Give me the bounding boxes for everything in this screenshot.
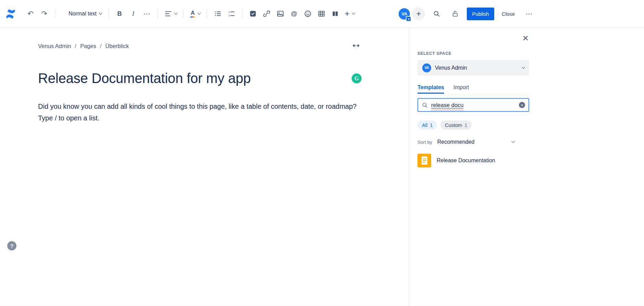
- chevron-down-icon: [522, 65, 525, 69]
- confluence-logo-icon[interactable]: [5, 8, 16, 19]
- text-color-icon: A: [190, 10, 195, 17]
- search-icon: [422, 102, 428, 108]
- task-checkbox-icon: [249, 10, 257, 17]
- invite-button[interactable]: +: [412, 7, 425, 20]
- tab-templates[interactable]: Templates: [417, 84, 444, 94]
- confluence-editor: ↶ ↷ Normal text B I ⋯ A: [0, 0, 644, 306]
- align-left-icon: [165, 10, 172, 17]
- filter-pills: All 1 Custom 1: [417, 120, 529, 130]
- task-list-button[interactable]: [246, 7, 260, 21]
- breadcrumb-link-pages[interactable]: Pages: [80, 43, 96, 49]
- close-button[interactable]: Close: [499, 8, 518, 20]
- template-name: Release Documentation: [437, 157, 495, 164]
- more-actions-button[interactable]: ⋯: [522, 7, 536, 21]
- redo-button[interactable]: ↷: [37, 7, 51, 21]
- text-align-dropdown[interactable]: [162, 7, 180, 21]
- search-value: release docu: [431, 102, 463, 108]
- text-style-dropdown[interactable]: Normal text: [65, 8, 105, 20]
- toolbar-right-group: VA v + Publish Close ⋯: [398, 7, 536, 21]
- undo-button[interactable]: ↶: [24, 7, 37, 21]
- grammarly-icon[interactable]: G: [352, 73, 362, 83]
- table-button[interactable]: [315, 7, 328, 21]
- link-icon: [263, 10, 270, 17]
- close-panel-button[interactable]: ×: [522, 33, 529, 44]
- avatar[interactable]: VA v: [398, 8, 411, 20]
- body-line: Did you know you can add all kinds of co…: [38, 101, 362, 112]
- text-color-dropdown[interactable]: A: [187, 7, 203, 21]
- top-toolbar: ↶ ↷ Normal text B I ⋯ A: [0, 0, 644, 28]
- filter-count: 1: [464, 122, 467, 128]
- link-button[interactable]: [260, 7, 274, 21]
- redo-icon: ↷: [41, 10, 47, 18]
- bullet-list-icon: [214, 10, 221, 17]
- plus-icon: +: [345, 10, 350, 18]
- space-name: Venus Admin: [435, 65, 467, 71]
- close-icon: ×: [522, 32, 528, 44]
- breadcrumb-separator: /: [75, 43, 76, 49]
- help-button[interactable]: ?: [7, 241, 16, 250]
- breadcrumb: Venus Admin / Pages / Überblick: [38, 43, 129, 49]
- mention-button[interactable]: @: [287, 7, 301, 21]
- more-formatting-button[interactable]: ⋯: [140, 7, 154, 21]
- space-selector[interactable]: VA Venus Admin: [417, 60, 529, 75]
- toolbar-divider: [158, 9, 158, 18]
- text-style-value: Normal text: [69, 11, 97, 17]
- sort-by-label: Sort by: [417, 140, 432, 145]
- template-search-input[interactable]: release docu ×: [417, 98, 529, 112]
- breadcrumb-link-venus-admin[interactable]: Venus Admin: [38, 43, 71, 49]
- image-button[interactable]: [274, 7, 287, 21]
- filter-label: All: [422, 122, 427, 128]
- panel-tabs: Templates Import: [417, 84, 529, 94]
- avatar-initials: VA: [401, 11, 407, 16]
- plus-icon: +: [416, 10, 421, 18]
- expand-width-button[interactable]: [351, 40, 362, 52]
- templates-panel: × SELECT SPACE VA Venus Admin Templates …: [409, 28, 644, 306]
- emoji-button[interactable]: [301, 7, 315, 21]
- filter-all[interactable]: All 1: [417, 120, 437, 130]
- toolbar-divider: [109, 9, 109, 18]
- breadcrumb-link-ueberblick[interactable]: Überblick: [105, 43, 129, 49]
- sort-dropdown[interactable]: Sort by Recommended: [417, 139, 514, 145]
- template-doc-icon: [417, 154, 431, 167]
- filter-custom[interactable]: Custom 1: [440, 120, 472, 130]
- numbered-list-button[interactable]: 1 2: [224, 7, 238, 21]
- clear-search-button[interactable]: ×: [519, 102, 525, 108]
- italic-button[interactable]: I: [126, 7, 140, 21]
- breadcrumb-separator: /: [100, 43, 102, 49]
- more-actions-icon: ⋯: [526, 10, 533, 18]
- toolbar-divider: [242, 9, 242, 18]
- permissions-button[interactable]: [448, 7, 462, 21]
- undo-icon: ↶: [27, 10, 34, 18]
- select-space-label: SELECT SPACE: [417, 51, 529, 56]
- numbered-list-icon: 1 2: [228, 10, 235, 17]
- question-icon: ?: [10, 243, 13, 249]
- editor-body[interactable]: Did you know you can add all kinds of co…: [38, 101, 362, 124]
- filter-label: Custom: [445, 122, 462, 128]
- toolbar-divider: [183, 9, 184, 18]
- italic-icon: I: [132, 10, 134, 17]
- chevron-down-icon: [99, 11, 102, 15]
- template-list-item[interactable]: Release Documentation: [417, 154, 529, 167]
- publish-button[interactable]: Publish: [467, 8, 494, 20]
- page-title[interactable]: Release Documentation for my app: [38, 71, 251, 86]
- more-formatting-icon: ⋯: [143, 10, 150, 18]
- bold-button[interactable]: B: [113, 7, 126, 21]
- chevron-down-icon: [197, 11, 201, 15]
- sort-value: Recommended: [437, 139, 475, 145]
- search-button[interactable]: [430, 7, 443, 21]
- chevron-down-icon: [511, 140, 515, 143]
- tab-import[interactable]: Import: [453, 84, 469, 94]
- image-icon: [277, 10, 284, 17]
- clear-icon: ×: [521, 103, 523, 107]
- chevron-down-icon: [174, 11, 178, 15]
- bold-icon: B: [117, 10, 122, 17]
- insert-dropdown[interactable]: +: [342, 7, 357, 21]
- svg-text:2: 2: [228, 14, 230, 17]
- collaborator-badge: v: [406, 16, 411, 22]
- space-avatar: VA: [422, 63, 431, 72]
- bullet-list-button[interactable]: [211, 7, 224, 21]
- layouts-button[interactable]: [328, 7, 342, 21]
- editor-content: Venus Admin / Pages / Überblick Release …: [38, 28, 362, 124]
- search-icon: [433, 10, 440, 17]
- table-icon: [318, 10, 325, 17]
